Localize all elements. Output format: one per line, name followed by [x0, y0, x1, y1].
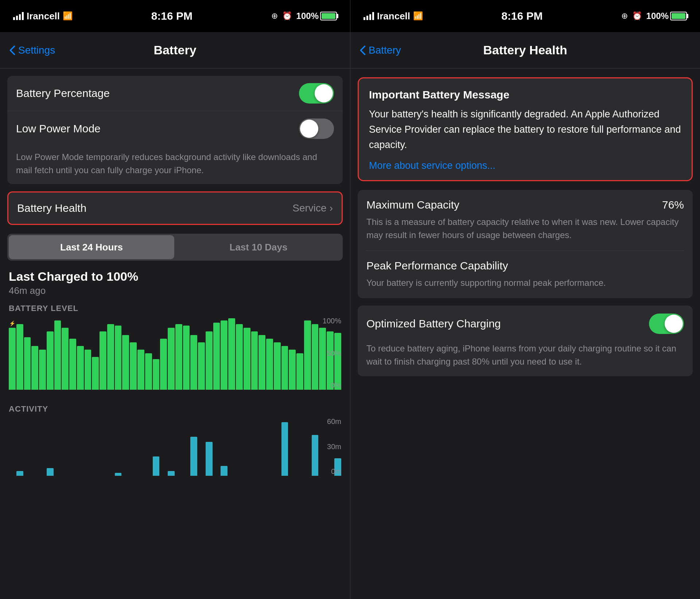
health-right: Service › [292, 202, 333, 214]
peak-performance-label: Peak Performance Capability [366, 260, 508, 272]
tab-24h[interactable]: Last 24 Hours [9, 235, 174, 259]
battery-bar-38 [296, 353, 303, 390]
peak-performance-sub: Your battery is currently supporting nor… [366, 276, 684, 298]
battery-bar-1 [16, 324, 23, 390]
battery-bar-30 [236, 324, 243, 390]
service-label: Service [292, 202, 326, 214]
battery-bar-36 [281, 346, 288, 390]
battery-bar-37 [289, 350, 296, 390]
back-button-left[interactable]: Settings [9, 44, 55, 56]
info-section: Maximum Capacity 76% This is a measure o… [358, 190, 693, 298]
optimized-charging-row: Optimized Battery Charging [358, 306, 693, 342]
chevron-right-icon: › [330, 202, 333, 214]
battery-bar-42 [327, 331, 334, 390]
time-tabs: Last 24 Hours Last 10 Days [7, 234, 343, 261]
battery-bar-19 [153, 359, 160, 390]
activity-bar-36 [281, 422, 288, 476]
battery-percentage-toggle[interactable] [299, 83, 334, 104]
low-power-mode-toggle[interactable] [299, 118, 334, 139]
battery-bar-20 [160, 339, 167, 390]
battery-bar-2 [24, 337, 31, 390]
battery-bar-31 [244, 328, 250, 390]
activity-bar-24 [190, 437, 197, 476]
act-y-30: 30m [327, 443, 341, 451]
battery-bar-25 [198, 342, 205, 390]
activity-chart-section: ACTIVITY 60m 30m 0m [0, 397, 350, 487]
battery-bar-17 [137, 350, 144, 390]
alarm-icon-r: ⏰ [632, 11, 642, 21]
low-power-mode-row: Low Power Mode [7, 111, 343, 146]
location-icon-r: ⊕ [621, 11, 628, 21]
activity-y-labels: 60m 30m 0m [327, 417, 341, 476]
peak-performance-row: Peak Performance Capability Your battery… [358, 251, 693, 298]
wifi-icon: 📶 [63, 11, 73, 21]
battery-bar-5 [47, 331, 54, 390]
battery-bar-13 [107, 324, 114, 390]
battery-bar-10 [85, 350, 92, 390]
wifi-icon-r: 📶 [413, 11, 423, 21]
battery-bar-28 [221, 320, 228, 390]
status-right: ⊕ ⏰ 100% [271, 11, 337, 21]
activity-bar-1 [16, 471, 23, 476]
chevron-left-icon [9, 45, 16, 55]
time-display-r: 8:16 PM [501, 10, 542, 22]
battery-bar-29 [228, 318, 235, 390]
activity-bar-28 [221, 466, 228, 476]
message-body: Your battery's health is significantly d… [369, 107, 681, 153]
toggle-knob-lp [300, 120, 318, 138]
signal-icon-r [363, 12, 374, 20]
battery-bar-15 [122, 335, 129, 390]
carrier-name-r: Irancell [377, 11, 410, 22]
battery-bar-26 [206, 331, 213, 390]
optimized-charging-toggle[interactable] [649, 314, 684, 334]
battery-bar-9 [77, 346, 84, 390]
battery-bar-33 [258, 335, 265, 390]
back-label-left: Settings [18, 44, 55, 56]
act-y-0: 0m [327, 467, 341, 476]
nav-bar-right: Battery Battery Health [350, 32, 700, 69]
back-button-right[interactable]: Battery [359, 44, 401, 56]
status-left: Irancell 📶 [13, 11, 73, 22]
left-content: Battery Percentage Low Power Mode Low Po… [0, 69, 350, 599]
max-capacity-sub: This is a measure of battery capacity re… [366, 215, 684, 250]
battery-bar-43 [334, 333, 341, 390]
toggle-knob [315, 84, 333, 102]
battery-health-row[interactable]: Battery Health Service › [7, 191, 343, 225]
battery-percent-r: 100% [646, 11, 669, 21]
battery-body-r [670, 12, 687, 20]
right-panel: Irancell 📶 8:16 PM ⊕ ⏰ 100% Battery Batt… [350, 0, 700, 599]
battery-chart-section: BATTERY LEVEL 100% 50% 0% [0, 296, 350, 390]
charged-section: Last Charged to 100% 46m ago [0, 261, 350, 296]
carrier-name: Irancell [27, 11, 60, 22]
low-power-subtext: Low Power Mode temporarily reduces backg… [7, 146, 343, 184]
max-capacity-value: 76% [662, 199, 684, 211]
message-title: Important Battery Message [369, 89, 681, 101]
activity-bar-26 [206, 442, 213, 476]
battery-bar-34 [266, 339, 273, 390]
tab-10d[interactable]: Last 10 Days [176, 235, 341, 259]
battery-bar-39 [304, 320, 311, 390]
optimized-charging-sub: To reduce battery aging, iPhone learns f… [358, 342, 693, 376]
charged-sub: 46m ago [9, 285, 341, 296]
battery-bar-8 [69, 339, 76, 390]
act-y-60: 60m [327, 417, 341, 426]
battery-percentage-row: Battery Percentage [7, 76, 343, 111]
activity-bar-14 [115, 473, 122, 476]
activity-bar-5 [47, 468, 54, 476]
location-icon: ⊕ [271, 11, 278, 21]
battery-chart-container: 100% 50% 0% [9, 317, 341, 390]
battery-bar-18 [145, 353, 152, 390]
battery-bar-14 [115, 326, 122, 390]
activity-bar-19 [153, 456, 160, 476]
low-power-mode-label: Low Power Mode [16, 122, 101, 135]
status-right-r: ⊕ ⏰ 100% [621, 11, 687, 21]
service-options-link[interactable]: More about service options... [369, 160, 681, 171]
activity-chart-label: ACTIVITY [9, 404, 341, 414]
battery-health-label: Battery Health [17, 202, 86, 214]
toggle-knob-oc [665, 315, 683, 333]
page-title-right: Battery Health [483, 43, 567, 57]
page-title-left: Battery [153, 43, 196, 57]
battery-bar-21 [168, 328, 175, 390]
battery-body [320, 12, 337, 20]
activity-bar-40 [312, 435, 319, 476]
